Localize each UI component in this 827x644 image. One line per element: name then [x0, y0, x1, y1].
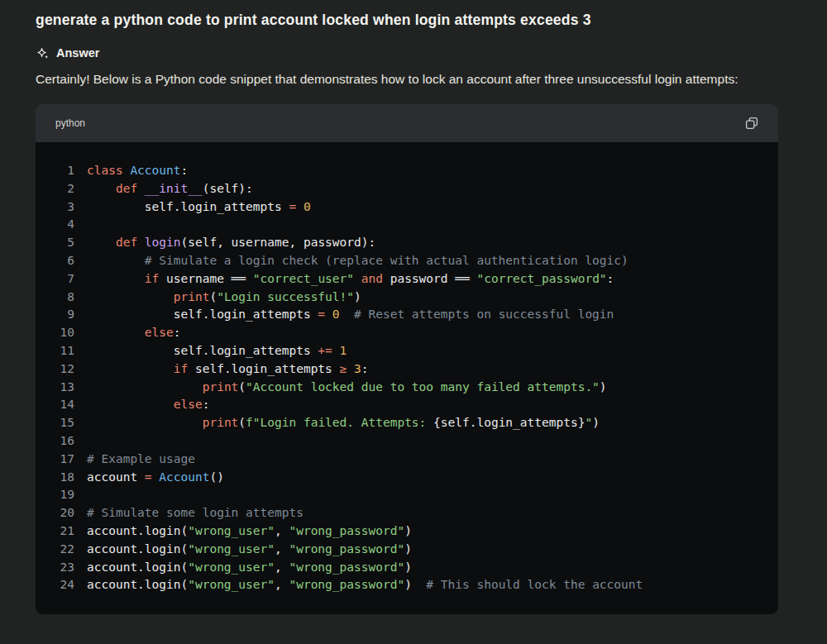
- code-token: ,: [275, 578, 289, 591]
- code-token: (): [209, 470, 223, 484]
- line-number: 3: [36, 200, 74, 213]
- sparkles-icon: [36, 46, 50, 60]
- code-token: [87, 326, 145, 339]
- code-token: Account: [159, 470, 209, 484]
- code-token: 3: [354, 362, 361, 375]
- code-token: and: [361, 272, 383, 285]
- code-token: =: [289, 200, 296, 213]
- line-number: 18: [36, 470, 74, 484]
- answer-label: Answer: [56, 46, 99, 60]
- code-token: ,: [275, 542, 289, 556]
- line-number: 19: [36, 488, 74, 501]
- code-line: 14 else:: [36, 398, 768, 416]
- code-token: ≥: [340, 362, 347, 375]
- code-token: "wrong_password": [289, 524, 404, 537]
- code-token: "wrong_password": [289, 578, 404, 591]
- code-token: f"Login failed. Attempts:: [246, 416, 433, 429]
- code-token: ,: [275, 524, 289, 537]
- code-token: [87, 272, 145, 285]
- line-number: 14: [36, 398, 74, 411]
- code-token: "wrong_password": [289, 561, 404, 574]
- code-token: [354, 272, 361, 285]
- code-token: [87, 290, 174, 303]
- code-token: 0: [304, 200, 311, 213]
- line-number: 2: [36, 182, 74, 195]
- answer-intro: Certainly! Below is a Python code snippe…: [36, 67, 778, 91]
- code-line: 24account.login("wrong_user", "wrong_pas…: [36, 578, 768, 596]
- code-line: 12 if self.login_attempts ≥ 3:: [36, 362, 768, 380]
- code-token: =: [145, 470, 152, 484]
- code-token: (: [238, 380, 246, 394]
- code-line: 18account = Account(): [36, 470, 768, 489]
- code-token: # Simulate some login attempts: [87, 506, 304, 519]
- code-token: # Example usage: [87, 452, 195, 465]
- line-number: 11: [36, 344, 74, 357]
- code-token: (self):: [203, 182, 253, 195]
- code-token: if: [174, 362, 188, 375]
- code-line: 9 self.login_attempts = 0 # Reset attemp…: [36, 308, 768, 326]
- question-title: generate a python code to print account …: [36, 12, 791, 29]
- page: { "page": { "title": "generate a python …: [0, 0, 827, 644]
- code-token: (: [238, 416, 246, 429]
- code-token: if: [145, 272, 159, 285]
- code-token: {self.login_attempts}: [433, 416, 585, 429]
- code-token: ): [592, 416, 600, 429]
- code-token: self.login_attempts: [87, 308, 318, 321]
- code-token: ): [404, 561, 412, 574]
- code-token: [137, 182, 145, 195]
- code-token: print: [203, 416, 239, 429]
- code-token: account.login(: [87, 524, 188, 537]
- code-token: "Account locked due to too many failed a…: [246, 380, 600, 394]
- code-header: python: [36, 104, 778, 142]
- code-token: login: [145, 236, 181, 249]
- code-token: [325, 308, 332, 321]
- line-number: 4: [36, 217, 74, 231]
- answer-header: Answer: [36, 45, 791, 61]
- code-token: 0: [332, 308, 340, 321]
- code-token: account.login(: [87, 578, 188, 591]
- code-line: 5 def login(self, username, password):: [36, 236, 768, 254]
- code-token: ,: [275, 561, 289, 574]
- line-number: 16: [36, 434, 74, 447]
- code-token: [87, 182, 116, 195]
- code-token: self.login_attempts: [87, 200, 289, 213]
- code-token: [152, 470, 160, 484]
- answer-page: generate a python code to print account …: [0, 0, 827, 614]
- code-token: (: [209, 290, 217, 303]
- line-number: 24: [36, 578, 74, 591]
- code-token: [137, 236, 145, 249]
- code-token: [87, 362, 174, 375]
- code-line: 21account.login("wrong_user", "wrong_pas…: [36, 524, 768, 542]
- code-line: 19: [36, 488, 768, 506]
- code-line: 13 print("Account locked due to too many…: [36, 380, 768, 398]
- code-token: __init__: [145, 182, 203, 195]
- code-token: self.login_attempts: [188, 362, 339, 375]
- code-line: 16: [36, 434, 768, 452]
- code-body: 1class Account:2 def __init__(self):3 se…: [36, 142, 778, 614]
- line-number: 13: [36, 380, 74, 394]
- code-token: "correct_user": [253, 272, 354, 285]
- code-line: 17# Example usage: [36, 452, 768, 470]
- copy-button[interactable]: [745, 117, 758, 130]
- line-number: 22: [36, 542, 74, 556]
- code-token: (self, username, password):: [181, 236, 376, 249]
- code-line: 20# Simulate some login attempts: [36, 506, 768, 524]
- code-token: else: [174, 398, 203, 411]
- code-token: [296, 200, 304, 213]
- code-line: 22account.login("wrong_user", "wrong_pas…: [36, 542, 768, 561]
- line-number: 8: [36, 290, 74, 303]
- code-line: 4: [36, 217, 768, 236]
- line-number: 23: [36, 561, 74, 574]
- code-token: ": [585, 416, 592, 429]
- code-token: :: [607, 272, 614, 285]
- code-token: # This should lock the account: [426, 578, 643, 591]
- line-number: 6: [36, 254, 74, 267]
- code-token: :: [203, 398, 210, 411]
- code-token: def: [116, 182, 137, 195]
- code-line: 6 # Simulate a login check (replace with…: [36, 254, 768, 272]
- code-token: ): [354, 290, 361, 303]
- code-line: 7 if username ══ "correct_user" and pass…: [36, 272, 768, 290]
- line-number: 15: [36, 416, 74, 429]
- code-token: [87, 236, 116, 249]
- code-token: "wrong_user": [188, 542, 275, 556]
